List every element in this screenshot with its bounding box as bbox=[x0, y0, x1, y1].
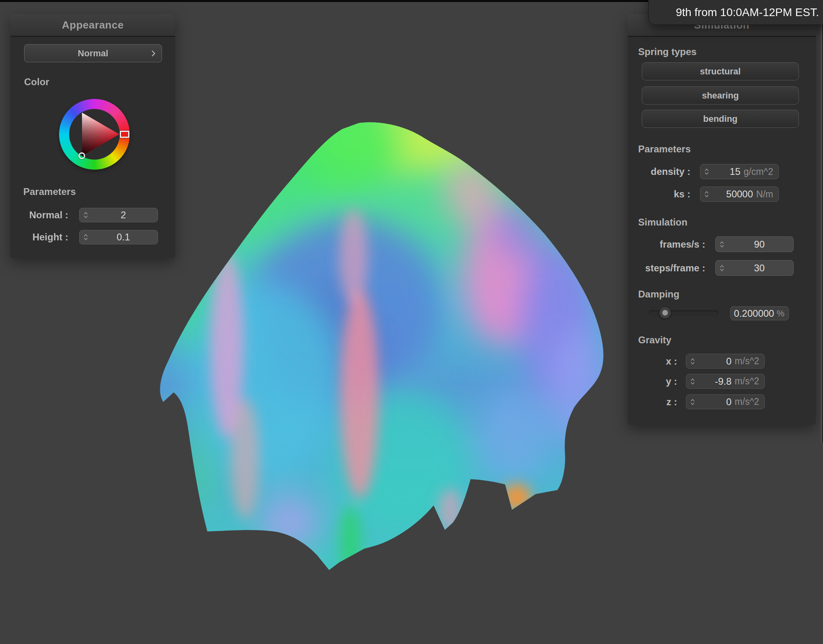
frames-field-value: 90 bbox=[725, 239, 793, 250]
gravity-label: Gravity bbox=[638, 334, 672, 346]
height-field-value: 0.1 bbox=[89, 232, 158, 243]
gravity-y-field[interactable]: -9.8 m/s^2 bbox=[686, 374, 765, 389]
spring-structural-button-label: structural bbox=[700, 66, 741, 77]
gravity-z-value: 0 bbox=[696, 396, 731, 408]
spinner-up-down-icon[interactable] bbox=[719, 240, 725, 248]
appearance-panel-header[interactable]: Appearance bbox=[10, 14, 175, 37]
damping-slider-track[interactable] bbox=[649, 310, 719, 316]
notification-text: 9th from 10:0AM-12PM EST. bbox=[676, 6, 819, 19]
spring-shearing-button-label: shearing bbox=[702, 90, 739, 101]
spinner-up-down-icon[interactable] bbox=[704, 168, 709, 176]
density-field[interactable]: 15 g/cm^2 bbox=[700, 164, 779, 179]
steps-field-label: steps/frame : bbox=[645, 260, 705, 276]
frames-field[interactable]: 90 bbox=[715, 236, 794, 252]
spring-bending-button[interactable]: bending bbox=[642, 110, 799, 128]
color-section-label: Color bbox=[24, 76, 49, 88]
gravity-x-label: x : bbox=[666, 354, 677, 369]
damping-label: Damping bbox=[638, 289, 680, 300]
shader-dropdown[interactable]: Normal bbox=[24, 44, 162, 62]
sim-simulation-label: Simulation bbox=[638, 217, 688, 228]
ks-field[interactable]: 50000 N/m bbox=[700, 187, 779, 202]
gravity-y-label: y : bbox=[666, 374, 677, 389]
spinner-up-down-icon[interactable] bbox=[690, 357, 695, 365]
spinner-up-down-icon[interactable] bbox=[83, 233, 88, 241]
gravity-y-value: -9.8 bbox=[696, 376, 731, 387]
appearance-parameters-label: Parameters bbox=[23, 186, 76, 197]
height-field-label: Height : bbox=[33, 230, 68, 244]
window-right-edge bbox=[821, 25, 823, 442]
shader-dropdown-value: Normal bbox=[78, 48, 109, 59]
gravity-z-field[interactable]: 0 m/s^2 bbox=[686, 394, 765, 409]
gravity-z-unit: m/s^2 bbox=[735, 396, 759, 407]
damping-slider-handle[interactable] bbox=[659, 307, 671, 318]
spinner-up-down-icon[interactable] bbox=[704, 190, 709, 198]
gravity-z-label: z : bbox=[666, 394, 677, 409]
simulation-panel: Simulation Spring types structural shear… bbox=[628, 14, 816, 425]
ks-field-value: 50000 bbox=[710, 189, 753, 200]
damping-value: 0.200000 bbox=[734, 308, 774, 319]
appearance-panel: Appearance Normal Color bbox=[10, 14, 175, 258]
color-wheel[interactable] bbox=[59, 99, 130, 170]
gravity-y-unit: m/s^2 bbox=[735, 376, 759, 387]
spinner-up-down-icon[interactable] bbox=[690, 377, 695, 386]
spinner-up-down-icon[interactable] bbox=[719, 264, 725, 272]
damping-unit: % bbox=[776, 308, 784, 319]
saturation-value-triangle[interactable] bbox=[59, 99, 130, 170]
saturation-value-marker[interactable] bbox=[78, 152, 85, 159]
gravity-x-field[interactable]: 0 m/s^2 bbox=[686, 354, 765, 369]
frames-field-label: frames/s : bbox=[660, 236, 705, 252]
normal-field-value: 2 bbox=[89, 209, 158, 221]
spring-bending-button-label: bending bbox=[703, 114, 738, 124]
spring-structural-button[interactable]: structural bbox=[642, 62, 799, 80]
sim-parameters-label: Parameters bbox=[638, 144, 691, 155]
spinner-up-down-icon[interactable] bbox=[83, 211, 88, 219]
hue-marker[interactable] bbox=[120, 131, 129, 138]
density-field-value: 15 bbox=[710, 166, 741, 177]
notification-toast[interactable]: 9th from 10:0AM-12PM EST. bbox=[648, 0, 823, 25]
spring-shearing-button[interactable]: shearing bbox=[642, 86, 799, 105]
steps-field-value: 30 bbox=[725, 263, 793, 274]
density-field-label: density : bbox=[651, 164, 690, 179]
density-field-unit: g/cm^2 bbox=[744, 166, 773, 177]
damping-value-box[interactable]: 0.200000 % bbox=[730, 306, 789, 320]
ks-field-unit: N/m bbox=[756, 189, 773, 200]
spring-types-label: Spring types bbox=[638, 46, 696, 57]
gravity-x-value: 0 bbox=[696, 356, 731, 367]
spinner-up-down-icon[interactable] bbox=[690, 398, 695, 406]
appearance-panel-title: Appearance bbox=[62, 19, 124, 31]
steps-field[interactable]: 30 bbox=[715, 260, 794, 276]
gravity-x-unit: m/s^2 bbox=[735, 356, 759, 367]
normal-field-label: Normal : bbox=[29, 208, 68, 222]
chevron-right-icon bbox=[151, 50, 156, 58]
normal-field[interactable]: 2 bbox=[79, 208, 158, 222]
height-field[interactable]: 0.1 bbox=[79, 230, 158, 244]
ks-field-label: ks : bbox=[674, 187, 690, 202]
